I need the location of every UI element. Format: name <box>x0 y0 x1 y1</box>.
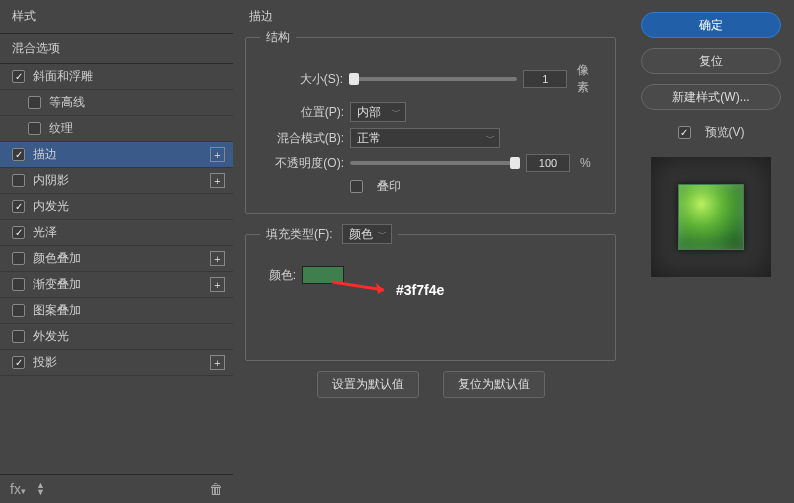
style-label: 描边 <box>33 146 210 163</box>
svg-marker-1 <box>376 283 384 294</box>
overprint-checkbox[interactable] <box>350 180 363 193</box>
style-label: 投影 <box>33 354 210 371</box>
style-checkbox[interactable] <box>12 148 25 161</box>
style-checkbox[interactable] <box>12 330 25 343</box>
style-item-6[interactable]: 光泽 <box>0 220 233 246</box>
fill-fieldset: 填充类型(F): 颜色 颜色: #3f7f4e <box>245 224 616 361</box>
style-checkbox[interactable] <box>12 174 25 187</box>
blend-mode-select[interactable]: 正常 <box>350 128 500 148</box>
overprint-label: 叠印 <box>377 178 401 195</box>
style-checkbox[interactable] <box>12 304 25 317</box>
style-list: 斜面和浮雕等高线纹理描边+内阴影+内发光光泽颜色叠加+渐变叠加+图案叠加外发光投… <box>0 64 233 474</box>
style-checkbox[interactable] <box>12 252 25 265</box>
styles-footer: fx▾ ▲▼ 🗑 <box>0 474 233 503</box>
preview-label: 预览(V) <box>705 124 745 141</box>
reset-default-button[interactable]: 复位为默认值 <box>443 371 545 398</box>
style-checkbox[interactable] <box>12 226 25 239</box>
size-label: 大小(S): <box>260 71 343 88</box>
stroke-settings-panel: 描边 结构 大小(S): 像素 位置(P): 内部 混合模式(B): 正常 不透… <box>233 0 628 503</box>
color-annotation: #3f7f4e <box>396 282 444 298</box>
style-item-11[interactable]: 投影+ <box>0 350 233 376</box>
trash-icon[interactable]: 🗑 <box>209 481 223 497</box>
style-label: 颜色叠加 <box>33 250 210 267</box>
ok-button[interactable]: 确定 <box>641 12 781 38</box>
style-checkbox[interactable] <box>12 70 25 83</box>
style-item-1[interactable]: 等高线 <box>0 90 233 116</box>
style-label: 图案叠加 <box>33 302 225 319</box>
style-item-3[interactable]: 描边+ <box>0 142 233 168</box>
opacity-label: 不透明度(O): <box>260 155 344 172</box>
size-input[interactable] <box>523 70 567 88</box>
structure-legend: 结构 <box>260 29 296 46</box>
fill-type-select[interactable]: 颜色 <box>342 224 392 244</box>
position-select[interactable]: 内部 <box>350 102 406 122</box>
preview-box <box>651 157 771 277</box>
styles-header: 样式 <box>0 0 233 34</box>
blend-mode-label: 混合模式(B): <box>260 130 344 147</box>
style-label: 纹理 <box>49 120 225 137</box>
reset-button[interactable]: 复位 <box>641 48 781 74</box>
style-item-8[interactable]: 渐变叠加+ <box>0 272 233 298</box>
blend-options-row[interactable]: 混合选项 <box>0 34 233 64</box>
style-item-2[interactable]: 纹理 <box>0 116 233 142</box>
add-effect-icon[interactable]: + <box>210 251 225 266</box>
size-slider[interactable] <box>349 77 517 81</box>
style-checkbox[interactable] <box>12 356 25 369</box>
style-label: 斜面和浮雕 <box>33 68 225 85</box>
preview-swatch <box>678 184 744 250</box>
style-checkbox[interactable] <box>28 96 41 109</box>
style-item-0[interactable]: 斜面和浮雕 <box>0 64 233 90</box>
fx-icon[interactable]: fx▾ <box>10 481 26 497</box>
reorder-icon[interactable]: ▲▼ <box>36 482 45 496</box>
opacity-unit: % <box>580 156 591 170</box>
style-checkbox[interactable] <box>12 200 25 213</box>
add-effect-icon[interactable]: + <box>210 355 225 370</box>
style-item-10[interactable]: 外发光 <box>0 324 233 350</box>
style-item-4[interactable]: 内阴影+ <box>0 168 233 194</box>
style-item-5[interactable]: 内发光 <box>0 194 233 220</box>
opacity-input[interactable] <box>526 154 570 172</box>
style-label: 渐变叠加 <box>33 276 210 293</box>
opacity-slider[interactable] <box>350 161 520 165</box>
style-item-9[interactable]: 图案叠加 <box>0 298 233 324</box>
new-style-button[interactable]: 新建样式(W)... <box>641 84 781 110</box>
style-label: 外发光 <box>33 328 225 345</box>
panel-title: 描边 <box>249 8 616 25</box>
style-label: 等高线 <box>49 94 225 111</box>
style-checkbox[interactable] <box>12 278 25 291</box>
position-label: 位置(P): <box>260 104 344 121</box>
style-label: 内阴影 <box>33 172 210 189</box>
structure-fieldset: 结构 大小(S): 像素 位置(P): 内部 混合模式(B): 正常 不透明度(… <box>245 29 616 214</box>
style-item-7[interactable]: 颜色叠加+ <box>0 246 233 272</box>
right-panel: 确定 复位 新建样式(W)... 预览(V) <box>628 0 794 503</box>
add-effect-icon[interactable]: + <box>210 173 225 188</box>
fill-legend: 填充类型(F): 颜色 <box>260 224 398 244</box>
add-effect-icon[interactable]: + <box>210 277 225 292</box>
style-checkbox[interactable] <box>28 122 41 135</box>
color-label: 颜色: <box>260 267 296 284</box>
preview-checkbox[interactable] <box>678 126 691 139</box>
style-label: 内发光 <box>33 198 225 215</box>
color-swatch[interactable] <box>302 266 344 284</box>
add-effect-icon[interactable]: + <box>210 147 225 162</box>
styles-panel: 样式 混合选项 斜面和浮雕等高线纹理描边+内阴影+内发光光泽颜色叠加+渐变叠加+… <box>0 0 233 503</box>
style-label: 光泽 <box>33 224 225 241</box>
size-unit: 像素 <box>577 62 601 96</box>
set-default-button[interactable]: 设置为默认值 <box>317 371 419 398</box>
